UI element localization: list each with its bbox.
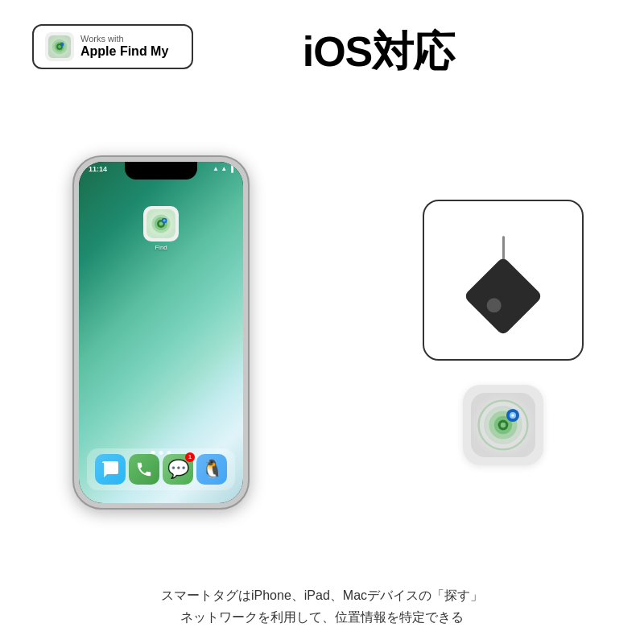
content-area: 11:14 ▲ ▲ ▐	[32, 89, 612, 576]
find-app-icon: Find	[143, 206, 179, 251]
right-panel	[411, 200, 596, 465]
dock: 💬 1 🐧	[87, 448, 235, 490]
tracker-button	[487, 298, 502, 312]
ios-title: iOS対応	[193, 24, 612, 80]
description-text: スマートタグはiPhone、iPad、Macデバイスの「探す」 ネットワークを利…	[129, 584, 515, 628]
badge-text: Works with Apple Find My	[80, 34, 168, 59]
tracker-device-illustration	[475, 236, 531, 324]
find-app-label: Find	[155, 244, 167, 251]
iphone-container: 11:14 ▲ ▲ ▐	[48, 155, 274, 510]
iphone-screen: 11:14 ▲ ▲ ▐	[79, 162, 243, 503]
badge-apple-find-my-text: Apple Find My	[80, 43, 168, 59]
dock-app-qq: 🐧	[196, 454, 227, 485]
svg-point-4	[58, 45, 61, 48]
tracker-device-box	[423, 200, 584, 361]
page: Works with Apple Find My iOS対応 11:14 ▲ ▲	[0, 0, 644, 644]
svg-point-10	[159, 221, 163, 225]
tracker-body	[464, 256, 543, 336]
find-app-icon-graphic	[143, 206, 179, 242]
dock-app-phone	[129, 454, 159, 485]
works-with-badge: Works with Apple Find My	[32, 24, 193, 69]
description-line1: スマートタグはiPhone、iPad、Macデバイスの「探す」	[161, 588, 483, 602]
iphone-device: 11:14 ▲ ▲ ▐	[72, 155, 250, 510]
status-icons: ▲ ▲ ▐	[213, 165, 233, 173]
description-line2: ネットワークを利用して、位置情報を特定できる	[180, 610, 464, 624]
svg-point-12	[163, 219, 165, 221]
svg-point-22	[511, 414, 514, 416]
status-bar: 11:14 ▲ ▲ ▐	[79, 165, 243, 173]
iphone-inner: 11:14 ▲ ▲ ▐	[79, 162, 243, 503]
header-row: Works with Apple Find My iOS対応	[32, 24, 612, 80]
wechat-badge: 1	[185, 452, 195, 462]
dock-app-messages	[95, 454, 126, 485]
badge-works-with-text: Works with	[80, 34, 168, 43]
dock-app-wechat: 💬 1	[163, 454, 193, 485]
find-my-large-icon	[463, 385, 543, 465]
svg-point-5	[60, 43, 64, 47]
find-my-badge-icon	[45, 32, 74, 61]
svg-point-19	[501, 423, 506, 427]
status-time: 11:14	[89, 165, 107, 173]
